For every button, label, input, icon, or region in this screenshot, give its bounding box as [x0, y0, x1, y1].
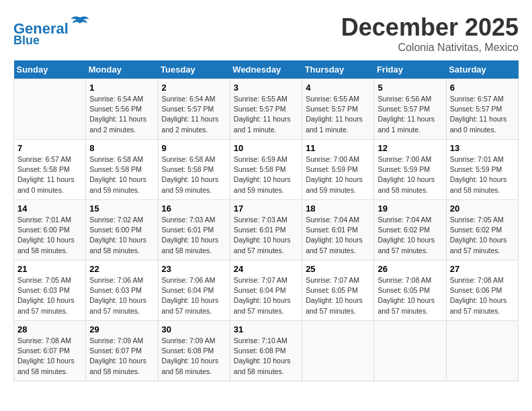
day-info: Sunrise: 7:01 AM Sunset: 5:59 PM Dayligh… [450, 154, 515, 195]
day-number: 31 [234, 324, 298, 334]
calendar-cell: 7Sunrise: 6:57 AM Sunset: 5:58 PM Daylig… [14, 140, 86, 200]
location-text: Colonia Nativitas, Mexico [341, 42, 519, 54]
weekday-header-wednesday: Wednesday [230, 60, 302, 79]
calendar-cell: 10Sunrise: 6:59 AM Sunset: 5:58 PM Dayli… [230, 140, 302, 200]
calendar-cell: 11Sunrise: 7:00 AM Sunset: 5:59 PM Dayli… [302, 140, 374, 200]
calendar-table: SundayMondayTuesdayWednesdayThursdayFrid… [13, 60, 519, 381]
calendar-cell: 27Sunrise: 7:08 AM Sunset: 6:06 PM Dayli… [446, 261, 518, 321]
day-info: Sunrise: 6:58 AM Sunset: 5:58 PM Dayligh… [89, 154, 154, 195]
day-info: Sunrise: 7:05 AM Sunset: 6:02 PM Dayligh… [450, 215, 515, 256]
calendar-cell [446, 321, 518, 381]
calendar-cell: 9Sunrise: 6:58 AM Sunset: 5:58 PM Daylig… [158, 140, 230, 200]
day-info: Sunrise: 7:00 AM Sunset: 5:59 PM Dayligh… [306, 154, 370, 195]
day-info: Sunrise: 7:02 AM Sunset: 6:00 PM Dayligh… [89, 215, 154, 256]
day-number: 28 [17, 324, 82, 334]
calendar-cell: 29Sunrise: 7:09 AM Sunset: 6:07 PM Dayli… [86, 321, 158, 381]
day-number: 4 [306, 83, 370, 93]
calendar-cell: 5Sunrise: 6:56 AM Sunset: 5:57 PM Daylig… [374, 79, 446, 140]
day-info: Sunrise: 7:06 AM Sunset: 6:04 PM Dayligh… [162, 275, 226, 316]
weekday-header-saturday: Saturday [446, 60, 518, 79]
day-number: 17 [234, 203, 298, 214]
logo-bird-icon [70, 13, 90, 34]
day-info: Sunrise: 7:07 AM Sunset: 6:05 PM Dayligh… [306, 275, 370, 316]
calendar-cell: 1Sunrise: 6:54 AM Sunset: 5:56 PM Daylig… [86, 79, 158, 140]
day-info: Sunrise: 6:54 AM Sunset: 5:56 PM Dayligh… [89, 94, 154, 135]
weekday-header-monday: Monday [86, 60, 158, 79]
day-info: Sunrise: 7:09 AM Sunset: 6:08 PM Dayligh… [162, 336, 226, 377]
calendar-cell: 14Sunrise: 7:01 AM Sunset: 6:00 PM Dayli… [14, 200, 86, 261]
calendar-week-5: 28Sunrise: 7:08 AM Sunset: 6:07 PM Dayli… [14, 321, 519, 381]
day-info: Sunrise: 7:00 AM Sunset: 5:59 PM Dayligh… [378, 154, 442, 195]
day-info: Sunrise: 7:08 AM Sunset: 6:07 PM Dayligh… [17, 336, 82, 377]
day-info: Sunrise: 6:57 AM Sunset: 5:58 PM Dayligh… [17, 154, 82, 195]
day-info: Sunrise: 6:56 AM Sunset: 5:57 PM Dayligh… [378, 94, 442, 135]
day-info: Sunrise: 7:07 AM Sunset: 6:04 PM Dayligh… [234, 275, 298, 316]
calendar-cell: 13Sunrise: 7:01 AM Sunset: 5:59 PM Dayli… [446, 140, 518, 200]
calendar-cell: 30Sunrise: 7:09 AM Sunset: 6:08 PM Dayli… [158, 321, 230, 381]
month-title: December 2025 [341, 13, 519, 42]
day-number: 23 [162, 264, 226, 274]
day-number: 26 [378, 264, 442, 274]
day-info: Sunrise: 6:55 AM Sunset: 5:57 PM Dayligh… [306, 94, 370, 135]
calendar-cell [374, 321, 446, 381]
day-number: 18 [306, 203, 370, 214]
calendar-cell: 18Sunrise: 7:04 AM Sunset: 6:01 PM Dayli… [302, 200, 374, 261]
calendar-cell: 28Sunrise: 7:08 AM Sunset: 6:07 PM Dayli… [14, 321, 86, 381]
day-number: 19 [378, 203, 442, 214]
calendar-cell: 3Sunrise: 6:55 AM Sunset: 5:57 PM Daylig… [230, 79, 302, 140]
day-number: 10 [234, 143, 298, 153]
day-info: Sunrise: 7:04 AM Sunset: 6:01 PM Dayligh… [306, 215, 370, 256]
page-header: General Blue December 2025 Colonia Nativ… [13, 13, 519, 54]
calendar-cell [14, 79, 86, 140]
calendar-cell: 22Sunrise: 7:06 AM Sunset: 6:03 PM Dayli… [86, 261, 158, 321]
calendar-cell: 6Sunrise: 6:57 AM Sunset: 5:57 PM Daylig… [446, 79, 518, 140]
day-info: Sunrise: 6:58 AM Sunset: 5:58 PM Dayligh… [162, 154, 226, 195]
calendar-cell [302, 321, 374, 381]
calendar-cell: 12Sunrise: 7:00 AM Sunset: 5:59 PM Dayli… [374, 140, 446, 200]
day-info: Sunrise: 6:57 AM Sunset: 5:57 PM Dayligh… [450, 94, 515, 135]
calendar-cell: 31Sunrise: 7:10 AM Sunset: 6:08 PM Dayli… [230, 321, 302, 381]
weekday-header-friday: Friday [374, 60, 446, 79]
day-info: Sunrise: 7:09 AM Sunset: 6:07 PM Dayligh… [89, 336, 154, 377]
day-info: Sunrise: 6:54 AM Sunset: 5:57 PM Dayligh… [162, 94, 226, 135]
day-info: Sunrise: 7:08 AM Sunset: 6:05 PM Dayligh… [378, 275, 442, 316]
weekday-header-row: SundayMondayTuesdayWednesdayThursdayFrid… [14, 60, 519, 79]
day-number: 20 [450, 203, 515, 214]
day-info: Sunrise: 7:01 AM Sunset: 6:00 PM Dayligh… [17, 215, 82, 256]
day-number: 7 [17, 143, 82, 153]
day-number: 2 [162, 83, 226, 93]
calendar-cell: 19Sunrise: 7:04 AM Sunset: 6:02 PM Dayli… [374, 200, 446, 261]
calendar-cell: 25Sunrise: 7:07 AM Sunset: 6:05 PM Dayli… [302, 261, 374, 321]
calendar-cell: 2Sunrise: 6:54 AM Sunset: 5:57 PM Daylig… [158, 79, 230, 140]
day-number: 25 [306, 264, 370, 274]
calendar-cell: 20Sunrise: 7:05 AM Sunset: 6:02 PM Dayli… [446, 200, 518, 261]
title-section: December 2025 Colonia Nativitas, Mexico [341, 13, 519, 54]
day-number: 11 [306, 143, 370, 153]
day-info: Sunrise: 7:10 AM Sunset: 6:08 PM Dayligh… [234, 336, 298, 377]
day-number: 9 [162, 143, 226, 153]
calendar-cell: 21Sunrise: 7:05 AM Sunset: 6:03 PM Dayli… [14, 261, 86, 321]
day-number: 27 [450, 264, 515, 274]
calendar-week-3: 14Sunrise: 7:01 AM Sunset: 6:00 PM Dayli… [14, 200, 519, 261]
day-number: 21 [17, 264, 82, 274]
day-info: Sunrise: 6:55 AM Sunset: 5:57 PM Dayligh… [234, 94, 298, 135]
logo: General Blue [13, 13, 90, 48]
day-info: Sunrise: 7:03 AM Sunset: 6:01 PM Dayligh… [234, 215, 298, 256]
weekday-header-tuesday: Tuesday [158, 60, 230, 79]
day-number: 5 [378, 83, 442, 93]
calendar-cell: 15Sunrise: 7:02 AM Sunset: 6:00 PM Dayli… [86, 200, 158, 261]
day-number: 1 [89, 83, 154, 93]
calendar-week-2: 7Sunrise: 6:57 AM Sunset: 5:58 PM Daylig… [14, 140, 519, 200]
day-info: Sunrise: 7:04 AM Sunset: 6:02 PM Dayligh… [378, 215, 442, 256]
day-info: Sunrise: 6:59 AM Sunset: 5:58 PM Dayligh… [234, 154, 298, 195]
calendar-cell: 24Sunrise: 7:07 AM Sunset: 6:04 PM Dayli… [230, 261, 302, 321]
day-number: 15 [89, 203, 154, 214]
day-number: 29 [89, 324, 154, 334]
weekday-header-sunday: Sunday [14, 60, 86, 79]
calendar-body: 1Sunrise: 6:54 AM Sunset: 5:56 PM Daylig… [14, 79, 519, 381]
day-info: Sunrise: 7:08 AM Sunset: 6:06 PM Dayligh… [450, 275, 515, 316]
day-number: 14 [17, 203, 82, 214]
day-number: 22 [89, 264, 154, 274]
day-number: 6 [450, 83, 515, 93]
calendar-cell: 8Sunrise: 6:58 AM Sunset: 5:58 PM Daylig… [86, 140, 158, 200]
